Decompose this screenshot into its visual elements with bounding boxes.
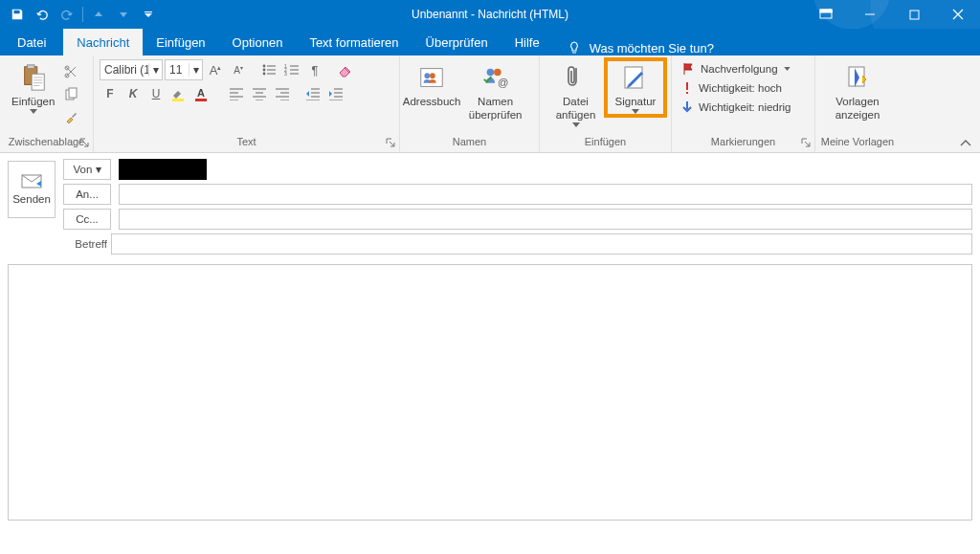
tab-file[interactable]: Datei <box>0 29 63 55</box>
highlight-button[interactable] <box>168 83 189 104</box>
format-painter-button[interactable] <box>60 107 81 128</box>
attach-file-button[interactable]: Datei anfügen <box>546 59 606 129</box>
chevron-down-icon: ▾ <box>148 63 162 77</box>
from-value-redacted <box>119 159 207 180</box>
tab-review[interactable]: Überprüfen <box>412 29 501 55</box>
group-label-tags: Markierungen <box>711 136 775 147</box>
paragraph-marks-button[interactable]: ¶ <box>304 59 325 80</box>
svg-rect-16 <box>172 99 184 101</box>
compose-header: Senden Von ▾ An... Cc... Betreff <box>0 153 980 258</box>
tab-message[interactable]: Nachricht <box>63 29 143 55</box>
group-tags: Nachverfolgung Wichtigkeit: hoch Wichtig… <box>672 55 815 152</box>
eraser-icon <box>337 62 354 78</box>
cc-field[interactable] <box>119 209 972 230</box>
scissors-icon <box>63 64 78 79</box>
to-button[interactable]: An... <box>63 184 111 205</box>
align-center-button[interactable] <box>249 83 270 104</box>
ribbon-tabs: Datei Nachricht Einfügen Optionen Text f… <box>0 29 980 55</box>
signature-button[interactable]: Signatur <box>606 59 665 116</box>
tell-me-label: Was möchten Sie tun? <box>590 41 714 55</box>
decrease-indent-button[interactable] <box>302 83 323 104</box>
send-button[interactable]: Senden <box>8 161 56 218</box>
group-clipboard: Einfügen Zwischenablage <box>0 55 94 152</box>
align-right-button[interactable] <box>272 83 293 104</box>
brush-icon <box>63 110 78 125</box>
svg-point-12 <box>263 73 266 76</box>
group-label-include: Einfügen <box>585 136 626 147</box>
view-templates-button[interactable]: Vorlagen anzeigen <box>821 59 894 124</box>
group-templates: Vorlagen anzeigen Meine Vorlagen <box>815 55 900 152</box>
collapse-ribbon-button[interactable] <box>959 139 972 148</box>
bold-button[interactable]: F <box>100 83 121 104</box>
font-size-combo[interactable]: 11▾ <box>165 59 203 80</box>
underline-button[interactable]: U <box>145 83 167 104</box>
chevron-down-icon <box>632 109 639 114</box>
cc-button[interactable]: Cc... <box>63 209 111 230</box>
svg-rect-26 <box>686 82 688 90</box>
previous-item-icon <box>87 3 110 26</box>
chevron-down-icon <box>30 109 37 114</box>
undo-icon[interactable] <box>31 3 54 26</box>
bullets-button[interactable] <box>258 59 279 80</box>
message-body[interactable] <box>8 264 972 521</box>
qat-customize-icon[interactable] <box>137 3 160 26</box>
tab-insert[interactable]: Einfügen <box>143 29 218 55</box>
cut-button[interactable] <box>60 61 81 82</box>
low-importance-button[interactable]: Wichtigkeit: niedrig <box>678 100 795 115</box>
subject-field[interactable] <box>111 233 972 255</box>
ribbon-display-options-icon[interactable] <box>804 0 848 29</box>
address-book-button[interactable]: Adressbuch <box>406 59 457 111</box>
maximize-button[interactable] <box>892 0 936 29</box>
tab-help[interactable]: Hilfe <box>501 29 553 55</box>
svg-rect-4 <box>27 65 34 69</box>
svg-text:@: @ <box>498 77 508 88</box>
templates-icon <box>845 61 870 94</box>
importance-high-icon <box>681 81 693 95</box>
group-label-font: Text <box>236 136 256 147</box>
high-importance-button[interactable]: Wichtigkeit: hoch <box>678 80 786 96</box>
svg-text:3: 3 <box>284 71 287 77</box>
align-left-button[interactable] <box>226 83 247 104</box>
shrink-font-button[interactable]: A▾ <box>228 59 249 80</box>
from-button[interactable]: Von ▾ <box>63 159 111 180</box>
minimize-button[interactable] <box>848 0 892 29</box>
quick-access-toolbar <box>0 3 160 26</box>
font-color-button[interactable]: A <box>191 83 212 104</box>
copy-icon <box>63 87 78 102</box>
save-icon[interactable] <box>6 3 29 26</box>
italic-button[interactable]: K <box>122 83 144 104</box>
font-name-combo[interactable]: Calibri (1▾ <box>100 59 163 80</box>
tell-me[interactable]: Was möchten Sie tun? <box>553 40 714 55</box>
to-field[interactable] <box>119 184 972 205</box>
tags-launcher[interactable] <box>799 136 813 149</box>
tab-format-text[interactable]: Text formatieren <box>296 29 412 55</box>
clear-formatting-button[interactable] <box>335 59 356 80</box>
clipboard-launcher[interactable] <box>78 136 91 149</box>
check-names-button[interactable]: @ Namen überprüfen <box>457 59 533 124</box>
increase-indent-button[interactable] <box>325 83 346 104</box>
svg-point-11 <box>263 69 266 72</box>
group-label-names: Namen <box>453 136 486 147</box>
group-label-templates: Meine Vorlagen <box>821 136 894 147</box>
svg-rect-18 <box>195 99 207 101</box>
copy-button[interactable] <box>60 84 81 105</box>
close-button[interactable] <box>936 0 980 29</box>
signature-icon <box>622 61 649 94</box>
numbering-button[interactable]: 123 <box>281 59 302 80</box>
svg-rect-25 <box>625 67 642 88</box>
svg-rect-27 <box>686 92 688 94</box>
paste-icon <box>19 61 48 94</box>
follow-up-button[interactable]: Nachverfolgung <box>678 61 794 77</box>
font-launcher[interactable] <box>384 136 397 149</box>
check-names-icon: @ <box>481 61 510 94</box>
svg-point-10 <box>263 65 266 68</box>
redo-icon <box>56 3 78 26</box>
paste-button[interactable]: Einfügen <box>6 59 60 116</box>
paperclip-icon <box>565 61 588 94</box>
svg-rect-2 <box>910 11 919 19</box>
grow-font-button[interactable]: A▴ <box>205 59 226 80</box>
title-bar: Unbenannt - Nachricht (HTML) <box>0 0 980 29</box>
tab-options[interactable]: Optionen <box>219 29 297 55</box>
importance-low-icon <box>681 100 693 114</box>
ribbon: Einfügen Zwischenablage Calibri (1▾ 11▾ … <box>0 55 980 153</box>
